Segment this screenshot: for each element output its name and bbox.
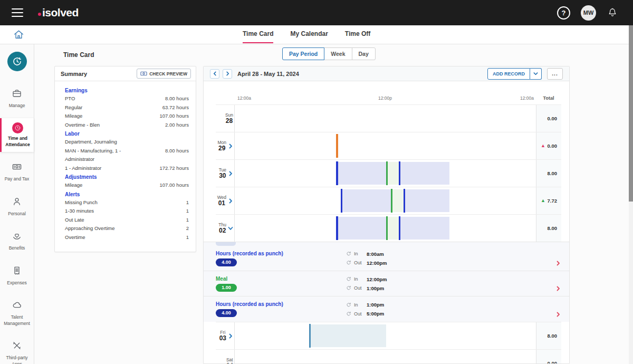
summary-row-value: 2 — [186, 224, 189, 233]
punch-tick — [391, 189, 392, 213]
summary-row-value: 1 — [186, 233, 189, 242]
view-day[interactable]: Day — [352, 47, 376, 60]
in-label: In — [354, 251, 367, 256]
total-hours-value: 0.00 — [548, 360, 558, 364]
timeline-fri[interactable] — [234, 322, 536, 349]
punch-row-meal[interactable]: Meal1.00In12:00pmOut1:00pm — [204, 271, 569, 296]
hours-block — [404, 189, 449, 212]
sidebar-item-time-and-attendance[interactable]: Time and Attendance — [0, 118, 34, 152]
main-content: Time Card Pay Period Week Day Summary CH… — [34, 44, 633, 364]
in-label: In — [354, 276, 367, 282]
summary-panel: Summary CHECK PREVIEW EarningsPTO8.00 ho… — [54, 66, 196, 252]
summary-title: Summary — [61, 71, 87, 77]
check-icon — [140, 70, 147, 77]
timeline-sun[interactable] — [234, 105, 536, 132]
scrollbar-thumb[interactable] — [629, 25, 633, 202]
summary-row-value: 1 — [186, 216, 189, 225]
in-label: In — [354, 302, 367, 308]
axis-label-midnight-left: 12:00a — [237, 95, 251, 101]
isolved-logo: isolved — [38, 6, 79, 19]
time-axis: 12:00a 12:00p 12:00a Total — [216, 95, 561, 104]
sidebar-item-personal[interactable]: Personal — [0, 192, 34, 221]
summary-section-title-adjustments[interactable]: Adjustments — [65, 174, 189, 180]
day-row-wed-01: Wed01▲7.72 — [216, 187, 561, 214]
timeline-tue[interactable] — [234, 160, 536, 187]
view-toggle: Pay Period Week Day — [282, 47, 376, 60]
punch-tick — [399, 216, 400, 240]
day-total-29: ▲0.00 — [536, 132, 561, 159]
summary-row-out-late: Out Late1 — [65, 216, 189, 225]
timeline-thu[interactable] — [234, 215, 536, 242]
help-icon[interactable]: ? — [557, 6, 570, 20]
expand-day-icon[interactable] — [228, 333, 233, 339]
punch-detail-chevron-icon[interactable] — [555, 312, 561, 317]
punch-tick — [386, 161, 388, 185]
expand-day-icon[interactable] — [228, 198, 233, 204]
punch-detail-chevron-icon[interactable] — [555, 286, 561, 291]
punch-hours-badge: 4.00 — [216, 258, 237, 266]
punch-in-icon — [346, 302, 351, 308]
summary-row-label: Missing Punch — [65, 198, 98, 207]
sidebar-item-benefits[interactable]: Benefits — [0, 226, 34, 255]
briefcase-icon — [12, 88, 22, 99]
avatar[interactable]: MW — [581, 5, 596, 21]
day-label-29[interactable]: Mon29 — [216, 132, 234, 159]
view-week[interactable]: Week — [324, 47, 352, 60]
check-preview-button[interactable]: CHECK PREVIEW — [137, 69, 191, 79]
vertical-scrollbar[interactable] — [629, 25, 633, 364]
check-preview-label: CHECK PREVIEW — [149, 71, 187, 76]
expand-day-icon[interactable] — [228, 143, 233, 149]
out-label: Out — [354, 260, 367, 265]
hours-block — [386, 162, 398, 185]
summary-section-title-alerts[interactable]: Alerts — [65, 191, 189, 197]
punch-tick — [336, 134, 338, 158]
next-period-button[interactable] — [223, 69, 232, 79]
day-label-04: Sat04 — [216, 350, 234, 364]
add-record-button[interactable]: ADD RECORD — [487, 68, 530, 80]
punch-tick — [336, 216, 338, 240]
timeline-wed[interactable] — [234, 187, 536, 214]
more-options-button[interactable]: ... — [547, 68, 563, 80]
summary-row-value: 2.00 hours — [165, 121, 189, 130]
sidebar-item-third-party-apps[interactable]: Third-party Apps — [0, 336, 34, 364]
add-record-dropdown[interactable] — [530, 68, 542, 80]
day-label-02[interactable]: Thu02 — [216, 215, 234, 242]
sidebar-item-pay-and-tax[interactable]: Pay and Tax — [0, 157, 34, 186]
quick-clock-button[interactable] — [7, 52, 27, 71]
punch-type-label: Hours (recorded as punch) — [216, 301, 346, 307]
summary-section-title-earnings[interactable]: Earnings — [65, 88, 189, 93]
punch-detail-chevron-icon[interactable] — [555, 261, 561, 266]
out-label: Out — [354, 285, 367, 291]
sidebar-item-label: Expenses — [1, 280, 33, 286]
sidebar-item-label: Third-party Apps — [1, 355, 33, 364]
timeline-sat[interactable] — [234, 350, 536, 364]
timecard-panel: April 28 - May 11, 2024 ADD RECORD ... 1… — [203, 66, 570, 364]
tab-my-calendar[interactable]: My Calendar — [290, 25, 328, 43]
summary-section-title-labor[interactable]: Labor — [65, 131, 189, 137]
red-alert-triangle-icon: ▲ — [541, 143, 545, 148]
punch-row-hours-recorded-as-punch[interactable]: Hours (recorded as punch)4.00In8:00amOut… — [204, 246, 569, 271]
summary-row-1-administrator: 1 - Administrator172.72 hours — [65, 164, 189, 173]
day-label-01[interactable]: Wed01 — [216, 187, 234, 214]
day-label-30[interactable]: Tue30 — [216, 160, 234, 187]
punch-row-hours-recorded-as-punch[interactable]: Hours (recorded as punch)4.00In1:00pmOut… — [204, 296, 569, 322]
notifications-bell-icon[interactable] — [607, 7, 618, 18]
view-pay-period[interactable]: Pay Period — [282, 47, 324, 60]
expand-day-icon[interactable] — [228, 171, 233, 176]
tab-time-card[interactable]: Time Card — [243, 25, 273, 43]
collapse-day-icon[interactable] — [228, 226, 233, 231]
punch-tick — [336, 161, 338, 185]
sidebar-item-manage[interactable]: Manage — [0, 84, 34, 113]
home-icon[interactable] — [13, 28, 25, 41]
day-label-03[interactable]: Fri03 — [216, 322, 234, 349]
summary-row-label: Regular — [65, 103, 82, 112]
sidebar-item-expenses[interactable]: Expenses — [0, 261, 34, 290]
timeline-mon[interactable] — [234, 132, 536, 159]
tab-time-off[interactable]: Time Off — [345, 25, 370, 43]
hamburger-menu-icon[interactable] — [12, 8, 23, 17]
person-icon — [12, 196, 22, 207]
summary-row-overtime: Overtime1 — [65, 233, 189, 242]
sidebar-item-talent-management[interactable]: Talent Management — [0, 295, 34, 331]
prev-period-button[interactable] — [210, 69, 219, 79]
page-title: Time Card — [63, 51, 94, 59]
